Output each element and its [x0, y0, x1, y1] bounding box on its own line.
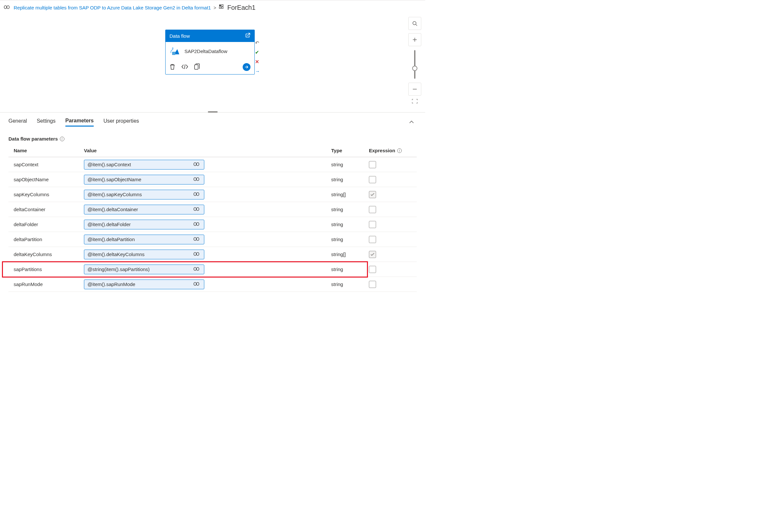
- section-title-text: Data flow parameters: [9, 136, 58, 141]
- svg-rect-3: [219, 7, 221, 9]
- svg-rect-4: [222, 5, 223, 6]
- pipeline-icon: [194, 266, 201, 272]
- param-name: deltaFolder: [9, 222, 84, 227]
- table-row: sapObjectName@item().sapObjectNamestring: [9, 172, 417, 187]
- expression-checkbox[interactable]: [369, 236, 376, 243]
- svg-rect-10: [197, 162, 199, 165]
- param-name: sapContext: [9, 162, 84, 167]
- activity-name: SAP2DeltaDataflow: [184, 48, 227, 54]
- zoom-out-button[interactable]: [408, 83, 421, 96]
- run-button[interactable]: [243, 63, 251, 71]
- param-type: string: [331, 266, 369, 272]
- param-name: deltaContainer: [9, 206, 84, 212]
- svg-rect-26: [197, 282, 199, 285]
- zoom-slider[interactable]: [414, 50, 415, 79]
- svg-rect-24: [197, 267, 199, 270]
- param-value-input[interactable]: @item().deltaContainer: [84, 205, 204, 214]
- info-icon[interactable]: i: [397, 148, 402, 153]
- parameters-table: Name Value Type Expression i sapContext@…: [0, 144, 425, 292]
- table-row: deltaContainer@item().deltaContainerstri…: [9, 202, 417, 217]
- svg-rect-17: [194, 222, 196, 225]
- breadcrumb-current: ForEach1: [227, 4, 256, 12]
- canvas-tools: [408, 17, 421, 105]
- svg-rect-6: [172, 52, 175, 55]
- zoom-thumb[interactable]: [412, 66, 417, 71]
- expression-checkbox[interactable]: [369, 176, 376, 183]
- param-name: sapKeyColumns: [9, 192, 84, 197]
- table-row: sapRunMode@item().sapRunModestring: [9, 277, 417, 292]
- delete-icon[interactable]: [169, 63, 175, 71]
- copy-icon[interactable]: [194, 63, 200, 71]
- svg-rect-13: [194, 192, 196, 195]
- param-type: string: [331, 177, 369, 182]
- pipeline-icon: [194, 192, 201, 198]
- code-icon[interactable]: [181, 64, 188, 70]
- fit-to-screen-icon[interactable]: [412, 99, 418, 105]
- table-row: deltaFolder@item().deltaFolderstring: [9, 217, 417, 232]
- svg-rect-12: [197, 177, 199, 180]
- breadcrumb-separator: >: [213, 5, 216, 11]
- activity-body: SAP2DeltaDataflow: [166, 42, 255, 60]
- svg-rect-22: [197, 252, 199, 255]
- table-row: deltaPartition@item().deltaPartitionstri…: [9, 232, 417, 247]
- svg-rect-18: [197, 222, 199, 225]
- svg-rect-19: [194, 237, 196, 240]
- tab-general[interactable]: General: [9, 118, 27, 126]
- svg-rect-16: [197, 207, 199, 210]
- param-value-input[interactable]: @item().deltaKeyColumns: [84, 250, 204, 259]
- open-external-icon[interactable]: [245, 33, 251, 39]
- svg-rect-5: [222, 7, 223, 9]
- tab-parameters[interactable]: Parameters: [65, 118, 94, 127]
- pipeline-canvas[interactable]: Data flow SAP2DeltaDataflow: [0, 15, 425, 112]
- param-type: string: [331, 281, 369, 287]
- param-name: deltaPartition: [9, 236, 84, 242]
- col-type: Type: [331, 148, 369, 153]
- expression-checkbox[interactable]: [369, 206, 376, 213]
- breadcrumb: Replicate multiple tables from SAP ODP t…: [0, 0, 425, 15]
- expression-checkbox[interactable]: [369, 221, 376, 228]
- expression-checkbox[interactable]: [369, 191, 376, 198]
- param-value-input[interactable]: @string(item().sapPartitions): [84, 265, 204, 274]
- pipeline-icon: [194, 206, 201, 212]
- skip-badge-icon[interactable]: →: [255, 69, 260, 74]
- failure-badge-icon[interactable]: ✕: [255, 59, 260, 64]
- table-row: sapKeyColumns@item().sapKeyColumnsstring…: [9, 187, 417, 202]
- param-type: string: [331, 236, 369, 242]
- tab-user-properties[interactable]: User properties: [104, 118, 139, 126]
- svg-rect-23: [194, 267, 196, 270]
- tab-settings[interactable]: Settings: [37, 118, 56, 126]
- param-value-input[interactable]: @item().deltaFolder: [84, 220, 204, 230]
- param-value-input[interactable]: @item().deltaPartition: [84, 235, 204, 244]
- svg-rect-1: [7, 6, 9, 9]
- svg-rect-15: [194, 207, 196, 210]
- param-name: sapPartitions: [9, 266, 84, 272]
- info-icon[interactable]: i: [60, 137, 64, 141]
- zoom-in-button[interactable]: [408, 33, 421, 46]
- table-row: deltaKeyColumns@item().deltaKeyColumnsst…: [9, 247, 417, 262]
- param-value-input[interactable]: @item().sapRunMode: [84, 279, 204, 289]
- expression-checkbox[interactable]: [369, 266, 376, 273]
- svg-rect-14: [197, 192, 199, 195]
- dataflow-activity-card[interactable]: Data flow SAP2DeltaDataflow: [165, 30, 255, 75]
- pipeline-icon: [194, 162, 201, 168]
- param-value-input[interactable]: @item().sapKeyColumns: [84, 190, 204, 200]
- collapse-panel-icon[interactable]: [409, 119, 414, 125]
- param-type: string[]: [331, 192, 369, 197]
- param-type: string: [331, 206, 369, 212]
- undo-badge-icon[interactable]: ↶: [255, 40, 260, 45]
- svg-rect-0: [4, 6, 7, 9]
- expression-checkbox[interactable]: [369, 281, 376, 288]
- table-row: sapContext@item().sapContextstring: [9, 157, 417, 172]
- expression-checkbox[interactable]: [369, 251, 376, 258]
- expression-checkbox[interactable]: [369, 161, 376, 168]
- success-badge-icon[interactable]: ✔: [255, 50, 260, 55]
- breadcrumb-link[interactable]: Replicate multiple tables from SAP ODP t…: [14, 5, 211, 11]
- panel-drag-handle[interactable]: [208, 111, 218, 112]
- param-value-input[interactable]: @item().sapContext: [84, 160, 204, 170]
- search-button[interactable]: [408, 17, 421, 30]
- pipeline-icon: [194, 281, 201, 287]
- param-value-input[interactable]: @item().sapObjectName: [84, 175, 204, 184]
- svg-rect-7: [195, 65, 198, 69]
- param-type: string: [331, 222, 369, 227]
- param-name: sapObjectName: [9, 177, 84, 182]
